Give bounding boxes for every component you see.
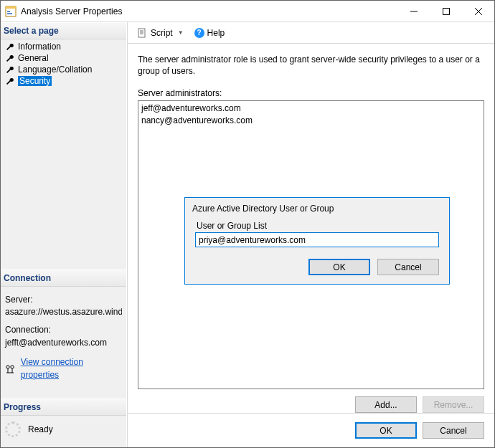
svg-rect-3 <box>7 13 12 14</box>
page-item-security[interactable]: Security <box>1 75 126 87</box>
wrench-icon <box>5 42 15 51</box>
help-icon: ? <box>194 28 204 38</box>
page-item-language-collation[interactable]: Language/Collation <box>1 64 126 75</box>
page-item-information[interactable]: Information <box>1 41 126 52</box>
ok-button[interactable]: OK <box>355 422 417 439</box>
svg-rect-1 <box>6 6 16 9</box>
svg-point-9 <box>11 365 14 368</box>
admin-list-item[interactable]: nancy@adventureworks.com <box>141 115 481 126</box>
connection-link-row: View connection properties <box>5 356 122 381</box>
dialog-title: Azure Active Directory User or Group <box>185 198 449 221</box>
wrench-icon <box>5 65 15 74</box>
svg-rect-5 <box>443 8 449 14</box>
add-button-label: Add... <box>374 400 397 410</box>
left-panel: Select a page InformationGeneralLanguage… <box>1 22 127 447</box>
cancel-button[interactable]: Cancel <box>423 422 484 439</box>
connection-properties-icon <box>5 364 16 374</box>
remove-button-label: Remove... <box>434 400 473 410</box>
script-label: Script <box>151 28 173 38</box>
cancel-button-label: Cancel <box>440 426 466 436</box>
dialog-body: User or Group List <box>185 221 449 252</box>
svg-point-8 <box>6 365 9 368</box>
dialog-button-row: OK Cancel <box>185 252 449 284</box>
dialog-cancel-label: Cancel <box>395 262 421 272</box>
server-value: asazure://westus.asazure.windows <box>5 306 122 318</box>
page-item-label: Security <box>18 76 52 86</box>
maximize-button[interactable] <box>430 1 462 22</box>
page-item-general[interactable]: General <box>1 52 126 64</box>
select-page-heading: Select a page <box>1 22 126 39</box>
user-or-group-input[interactable] <box>195 232 439 247</box>
script-dropdown-icon[interactable]: ▼ <box>176 29 186 36</box>
page-item-label: General <box>18 53 49 63</box>
svg-rect-2 <box>7 11 10 12</box>
aad-dialog: Azure Active Directory User or Group Use… <box>184 197 450 285</box>
admin-list-item[interactable]: jeff@adventureworks.com <box>141 103 481 114</box>
titlebar: Analysis Server Properties <box>1 1 494 22</box>
progress-body: Ready <box>1 416 126 447</box>
toolbar: Script ▼ ? Help <box>128 22 494 44</box>
progress-status: Ready <box>28 424 53 434</box>
ok-button-label: OK <box>380 426 392 436</box>
page-item-label: Language/Collation <box>18 65 92 75</box>
list-button-row: Add... Remove... <box>128 389 494 413</box>
window-title: Analysis Server Properties <box>21 6 397 16</box>
page-list: InformationGeneralLanguage/CollationSecu… <box>1 39 126 88</box>
app-icon <box>5 6 16 17</box>
footer: OK Cancel <box>128 413 494 447</box>
description-text: The server administrator role is used to… <box>138 54 484 77</box>
dialog-field-label: User or Group List <box>195 221 439 231</box>
window-root: Analysis Server Properties Select a page… <box>0 0 495 448</box>
remove-button: Remove... <box>423 396 484 413</box>
minimize-button[interactable] <box>397 1 430 22</box>
script-icon <box>136 27 148 39</box>
spacer <box>1 88 126 270</box>
page-item-label: Information <box>18 42 61 52</box>
connection-heading: Connection <box>1 270 126 287</box>
server-label: Server: <box>5 294 122 306</box>
add-button[interactable]: Add... <box>355 396 417 413</box>
connection-label: Connection: <box>5 324 122 336</box>
wrench-icon <box>5 77 15 85</box>
dialog-cancel-button[interactable]: Cancel <box>377 259 439 275</box>
close-button[interactable] <box>462 1 494 22</box>
view-connection-properties-link[interactable]: View connection properties <box>21 356 122 381</box>
dialog-ok-label: OK <box>333 262 345 272</box>
help-label: Help <box>207 28 225 38</box>
progress-heading: Progress <box>1 399 126 416</box>
admin-list-label: Server administrators: <box>138 88 484 98</box>
svg-rect-13 <box>138 29 145 37</box>
help-button[interactable]: ? Help <box>192 27 228 39</box>
connection-value: jefft@adventureworks.com <box>5 337 122 349</box>
connection-body: Server: asazure://westus.asazure.windows… <box>1 287 126 386</box>
dialog-ok-button[interactable]: OK <box>308 259 370 275</box>
wrench-icon <box>5 54 15 62</box>
progress-spinner-icon <box>5 421 21 437</box>
script-button[interactable]: Script ▼ <box>133 26 189 40</box>
